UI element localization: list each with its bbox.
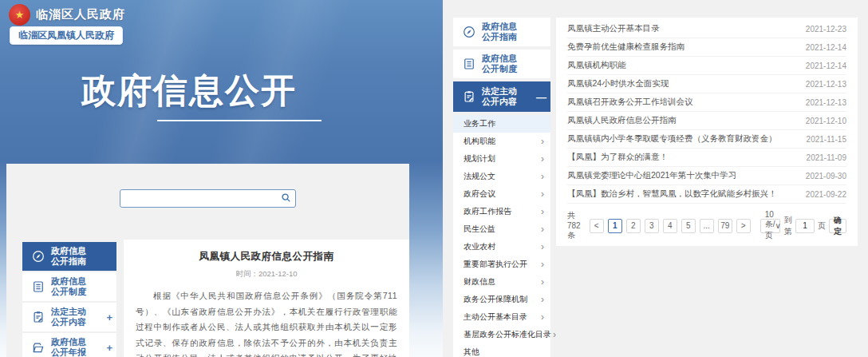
goto-confirm-button[interactable]: 确定 — [829, 219, 846, 233]
submenu-item-work-report[interactable]: 政府工作报告› — [453, 203, 550, 220]
submenu-item-guarantee-mechanism[interactable]: 政务公开保障机制› — [453, 291, 550, 308]
left-panel-info-disclosure-home: ★ 临淄区人民政府 临淄区凤凰镇人民政府 政府信息公开 政府信息公开指南 政府信… — [0, 0, 443, 357]
page-button-1[interactable]: 1 — [608, 219, 622, 233]
folder-icon — [31, 340, 45, 355]
submenu-item-basic-catalog[interactable]: 主动公开基本目录› — [453, 308, 550, 326]
list-item[interactable]: 凤凰镇24小时供水全面实现2021-12-13 — [567, 75, 846, 93]
chevron-right-icon: › — [541, 153, 544, 165]
list-item-title: 【凤凰】为了群众的满意！ — [567, 152, 668, 163]
page-button-2[interactable]: 2 — [626, 219, 641, 233]
chevron-right-icon: › — [541, 206, 544, 217]
sidebar-item-statutory-disclosure[interactable]: 法定主动公开内容 — — [453, 81, 550, 112]
list-item-title: 凤凰镇人民政府信息公开指南 — [567, 115, 677, 126]
page-button-4[interactable]: 4 — [663, 219, 677, 233]
compass-icon — [462, 25, 476, 39]
clipboard-pencil-icon — [31, 310, 45, 324]
search-bar — [120, 189, 296, 208]
submenu-item-agriculture[interactable]: 农业农村› — [453, 238, 550, 256]
clipboard-pencil-icon — [462, 89, 476, 104]
sidebar-item-statutory-disclosure[interactable]: 法定主动公开内容 + — [22, 303, 116, 331]
search-input[interactable] — [120, 190, 276, 207]
topbar: ★ 临淄区人民政府 — [9, 4, 125, 26]
sidebar-item-disclosure-guide[interactable]: 政府信息公开指南 — [453, 18, 550, 46]
chevron-right-icon: › — [541, 188, 544, 200]
list-item-date: 2021-12-23 — [806, 25, 846, 34]
list-item-date: 2021-12-13 — [806, 98, 846, 107]
submenu-item-business-work[interactable]: 业务工作 — [453, 115, 550, 133]
submenu-item-other[interactable]: 其他 — [453, 343, 550, 357]
chevron-right-icon: › — [541, 311, 544, 323]
list-item[interactable]: 凤凰镇机构职能2021-12-14 — [567, 57, 846, 75]
list-item[interactable]: 【凤凰】数治乡村，智慧凤凰，以数字化赋能乡村振兴！2021-09-22 — [567, 185, 846, 204]
submenu-item-regulations[interactable]: 法规公文› — [453, 168, 550, 185]
sidebar-item-label: 政府信息公开指南 — [51, 246, 86, 267]
page-button-5[interactable]: 5 — [681, 219, 696, 233]
list-item[interactable]: 免费孕前优生健康检查服务指南2021-12-14 — [567, 38, 846, 57]
collapse-minus-icon[interactable]: — — [536, 91, 546, 103]
sidebar-item-label: 政府信息公开年报 — [51, 337, 86, 357]
submenu-item-fiscal-info[interactable]: 财政信息› — [453, 273, 550, 291]
article-date: 时间：2021-12-10 — [124, 269, 409, 280]
page-button-79[interactable]: 79 — [718, 219, 732, 233]
page-ellipsis[interactable]: ... — [700, 219, 714, 233]
submenu-item-key-deployments[interactable]: 重要部署执行公开› — [453, 256, 550, 273]
goto-unit-label: 页 — [818, 220, 826, 232]
page-size-select[interactable]: 10 条/页 ∨ — [760, 219, 780, 233]
submenu-item-planning[interactable]: 规划计划› — [453, 150, 550, 168]
list-item[interactable]: 【凤凰】为了群众的满意！2021-11-09 — [567, 149, 846, 167]
title-underline — [157, 120, 322, 121]
list-item[interactable]: 凤凰镇召开政务公开工作培训会议2021-12-13 — [567, 93, 846, 112]
expand-plus-icon[interactable]: + — [106, 342, 112, 354]
prev-page-button[interactable]: < — [590, 219, 604, 233]
submenu-item-org-functions[interactable]: 机构职能› — [453, 133, 550, 150]
sidebar-item-disclosure-system[interactable]: 政府信息公开制度 — [453, 50, 550, 78]
list-item-date: 2021-09-30 — [806, 172, 846, 180]
national-emblem-logo: ★ — [9, 4, 30, 26]
expand-plus-icon[interactable]: + — [106, 311, 112, 323]
sidebar-item-disclosure-system[interactable]: 政府信息公开制度 — [22, 272, 116, 301]
list-item-date: 2021-11-09 — [807, 153, 846, 162]
list-item-date: 2021-12-10 — [806, 117, 846, 125]
next-page-button[interactable]: > — [736, 219, 751, 233]
search-button[interactable] — [276, 190, 295, 207]
compass-icon — [31, 249, 45, 264]
list-item-date: 2021-09-22 — [806, 190, 846, 199]
sidebar-item-label: 政府信息公开制度 — [51, 276, 86, 297]
sidebar-item-disclosure-guide[interactable]: 政府信息公开指南 — [22, 242, 116, 271]
list-item-date: 2021-12-14 — [806, 61, 846, 70]
search-icon — [280, 192, 292, 206]
chevron-right-icon: › — [541, 276, 544, 288]
submenu-item-standardized-catalog[interactable]: 基层政务公开标准化目录› — [453, 326, 550, 343]
statutory-disclosure-submenu: 业务工作 机构职能› 规划计划› 法规公文› 政府会议› 政府工作报告› 民生公… — [453, 115, 550, 357]
page-title: 政府信息公开 — [81, 68, 297, 114]
list-item-title: 免费孕前优生健康检查服务指南 — [567, 42, 685, 53]
list-item-title: 凤凰镇镇内小学冬季取暖专项经费（义务教育财政资金） — [567, 133, 777, 145]
right-panel-statutory-disclosure-list: 政府信息公开指南 政府信息公开制度 法定主动公开内容 — 业务工作 机构职能› … — [443, 0, 868, 357]
chevron-right-icon: › — [541, 241, 544, 252]
pagination: 共 782 条 < 1 2 3 4 5 ... 79 > 10 条/页 ∨ 到第… — [567, 210, 846, 241]
chevron-right-icon: › — [553, 329, 556, 340]
goto-page-group: 到第 页 确定 — [784, 215, 846, 237]
emblem-star-icon: ★ — [15, 9, 25, 21]
list-item-date: 2021-11-15 — [807, 135, 846, 144]
list-item-title: 凤凰镇召开政务公开工作培训会议 — [567, 97, 693, 108]
list-item-date: 2021-12-14 — [806, 43, 846, 52]
page-button-3[interactable]: 3 — [645, 219, 659, 233]
list-item[interactable]: 凤凰镇人民政府信息公开指南2021-12-10 — [567, 112, 846, 130]
town-government-button[interactable]: 临淄区凤凰镇人民政府 — [10, 26, 123, 45]
chevron-right-icon: › — [541, 136, 544, 147]
list-item[interactable]: 凤凰镇镇内小学冬季取暖专项经费（义务教育财政资金）2021-11-15 — [567, 130, 846, 149]
submenu-item-gov-meetings[interactable]: 政府会议› — [453, 185, 550, 203]
site-name-link[interactable]: 临淄区人民政府 — [36, 7, 125, 22]
caret-down-icon: ∨ — [775, 221, 780, 230]
goto-page-input[interactable] — [795, 219, 815, 233]
document-lines-icon — [462, 57, 476, 71]
sidebar-item-annual-report[interactable]: 政府信息公开年报 + — [22, 333, 116, 357]
page: ★ 临淄区人民政府 临淄区凤凰镇人民政府 政府信息公开 政府信息公开指南 政府信… — [0, 0, 868, 357]
list-item[interactable]: 凤凰镇党委理论中心组2021年第十次集中学习2021-09-30 — [567, 167, 846, 185]
list-item[interactable]: 凤凰镇主动公开基本目录2021-12-23 — [567, 20, 846, 38]
chevron-right-icon: › — [541, 294, 544, 305]
right-sidebar: 政府信息公开指南 政府信息公开制度 法定主动公开内容 — 业务工作 机构职能› … — [453, 18, 550, 357]
goto-label: 到第 — [784, 215, 792, 237]
submenu-item-livelihood[interactable]: 民生公益› — [453, 220, 550, 238]
